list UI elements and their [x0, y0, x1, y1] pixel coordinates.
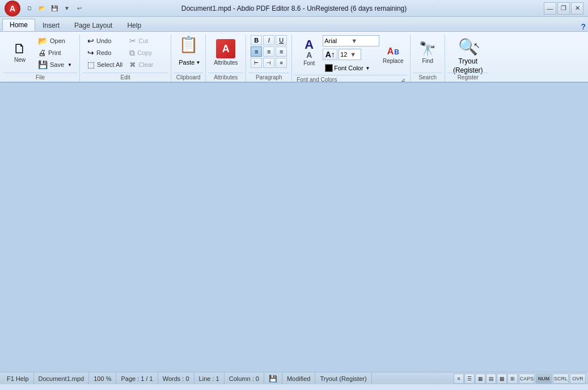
- font-color-label: Font Color: [334, 65, 363, 71]
- minimize-button[interactable]: —: [544, 2, 556, 15]
- list-button[interactable]: ≡: [276, 58, 287, 68]
- edit-group-label: Edit: [82, 73, 168, 82]
- underline-button[interactable]: U: [276, 35, 287, 45]
- paste-dropdown[interactable]: Paste ▼: [176, 58, 201, 67]
- view-btn-1[interactable]: ≡: [454, 374, 464, 384]
- edit-left-col: ↩ Undo ↪ Redo ⬚ Select All: [84, 35, 125, 70]
- status-tryout[interactable]: Tryout (Register): [315, 372, 371, 384]
- paragraph-controls: B I U ≡ ≡ ≡ ⊢ ⊣ ≡: [251, 35, 287, 68]
- tab-page-layout[interactable]: Page Layout: [67, 19, 120, 31]
- clipboard-group-label: Clipboard: [174, 73, 203, 82]
- align-right-button[interactable]: ≡: [276, 46, 287, 57]
- paste-arrow-icon: ▼: [196, 60, 200, 65]
- ribbon-group-register: 🔍↖ Tryout(Register) Register: [445, 34, 490, 82]
- attributes-group-content: A Attributes: [208, 34, 243, 73]
- tryout-button[interactable]: 🔍↖ Tryout(Register): [450, 35, 486, 70]
- print-button[interactable]: 🖨 Print: [35, 47, 75, 58]
- replace-ab-button[interactable]: A B Replace: [380, 37, 405, 73]
- print-icon: 🖨: [38, 48, 46, 57]
- canvas-area[interactable]: [0, 83, 588, 372]
- select-all-label: Select All: [97, 61, 122, 68]
- open-icon: 📂: [38, 36, 48, 45]
- open-qa-button[interactable]: 📂: [36, 3, 48, 14]
- font-color-button[interactable]: Font Color ▼: [323, 62, 379, 74]
- paste-icon: 📋: [179, 37, 198, 53]
- align-row: ≡ ≡ ≡: [251, 46, 287, 57]
- clear-button[interactable]: ✖ Clear: [126, 59, 166, 70]
- ribbon-group-search: 🔭 Find Search: [411, 34, 445, 82]
- italic-button[interactable]: I: [263, 35, 274, 45]
- undo-label: Undo: [96, 37, 111, 44]
- font-colors-label-text: Font and Colors: [297, 77, 337, 83]
- indent-less-button[interactable]: ⊢: [251, 58, 262, 68]
- register-group-content: 🔍↖ Tryout(Register): [447, 34, 488, 73]
- status-column: Column : 0: [225, 372, 264, 384]
- view-btn-2[interactable]: ☰: [464, 374, 475, 384]
- font-colors-content: A A Font Arial ▼ A↑: [294, 34, 408, 75]
- select-all-button[interactable]: ⬚ Select All: [84, 59, 125, 70]
- find-button[interactable]: 🔭 Find: [415, 35, 440, 70]
- title-bar-left: A 🗋 📂 💾 ▼ ↩: [5, 1, 85, 16]
- status-modified-icon: 💾: [264, 372, 282, 384]
- tab-insert[interactable]: Insert: [35, 19, 67, 31]
- status-modified: Modified: [282, 372, 316, 384]
- status-zoom: 100 %: [89, 372, 116, 384]
- save-label: Save: [50, 61, 64, 68]
- redo-button[interactable]: ↪ Redo: [84, 47, 125, 58]
- view-btn-3[interactable]: ▦: [475, 374, 485, 384]
- num-indicator: NUM: [536, 374, 552, 384]
- indent-more-button[interactable]: ⊣: [263, 58, 274, 68]
- align-left-button[interactable]: ≡: [251, 46, 262, 57]
- new-qa-button[interactable]: 🗋: [24, 3, 35, 14]
- replace-ab-col: A B Replace: [380, 35, 405, 73]
- font-size-row: A↑ 12 ▼: [323, 49, 379, 60]
- title-bar: A 🗋 📂 💾 ▼ ↩ Document1.mpd - Abdio PDF Ed…: [0, 0, 588, 17]
- search-group-content: 🔭 Find: [413, 34, 442, 73]
- font-color-swatch: [325, 64, 333, 72]
- view-btn-4[interactable]: ▤: [486, 374, 496, 384]
- ribbon-group-file: 🗋 New 📂 Open 🖨 Print 💾 Save ▼ File: [1, 34, 80, 82]
- paste-button[interactable]: 📋: [176, 35, 201, 58]
- close-button[interactable]: ✕: [571, 2, 583, 15]
- font-colors-group-label: Font and Colors ⊿: [294, 75, 408, 84]
- save-button[interactable]: 💾 Save ▼: [35, 59, 75, 70]
- attributes-button[interactable]: A Attributes: [210, 35, 241, 70]
- font-size-arrow: ▼: [350, 51, 359, 58]
- list-row: ⊢ ⊣ ≡: [251, 58, 287, 68]
- font-size-dropdown[interactable]: 12 ▼: [339, 49, 361, 60]
- attributes-label: Attributes: [214, 60, 238, 66]
- restore-button[interactable]: ❐: [557, 2, 570, 15]
- copy-button[interactable]: ⧉ Copy: [126, 47, 166, 58]
- file-small-buttons: 📂 Open 🖨 Print 💾 Save ▼: [35, 35, 75, 70]
- quick-access-toolbar: 🗋 📂 💾 ▼ ↩: [24, 3, 85, 14]
- status-help[interactable]: F1 Help: [2, 372, 34, 384]
- ribbon-group-font-colors: A A Font Arial ▼ A↑: [292, 34, 411, 82]
- search-group-label: Search: [413, 73, 442, 82]
- font-grow-button[interactable]: A↑: [323, 49, 337, 60]
- new-label: New: [14, 57, 26, 63]
- open-button[interactable]: 📂 Open: [35, 35, 75, 46]
- bold-button[interactable]: B: [251, 35, 262, 45]
- new-button[interactable]: 🗋 New: [6, 35, 34, 70]
- undo-qa-button[interactable]: ↩: [74, 3, 85, 14]
- view-btn-5[interactable]: ▩: [497, 374, 507, 384]
- font-colors-expand-icon[interactable]: ⊿: [401, 77, 405, 83]
- paragraph-group-content: B I U ≡ ≡ ≡ ⊢ ⊣ ≡: [248, 34, 289, 73]
- align-center-button[interactable]: ≡: [263, 46, 274, 57]
- save-qa-button[interactable]: 💾: [49, 3, 60, 14]
- tab-help[interactable]: Help: [120, 19, 149, 31]
- app-logo: A: [5, 1, 20, 16]
- view-btn-6[interactable]: ⊞: [507, 374, 518, 384]
- replace-label: Replace: [383, 58, 404, 64]
- save-dropdown-button[interactable]: ▼: [61, 3, 73, 14]
- tab-home[interactable]: Home: [2, 19, 35, 31]
- status-document: Document1.mpd: [34, 372, 90, 384]
- undo-button[interactable]: ↩ Undo: [84, 35, 125, 46]
- font-large-icon: A A: [304, 39, 314, 59]
- cut-button[interactable]: ✂ Cut: [126, 35, 166, 46]
- copy-label: Copy: [137, 49, 152, 56]
- help-icon[interactable]: ?: [581, 22, 586, 31]
- ribbon-group-edit: ↩ Undo ↪ Redo ⬚ Select All ✂ Cut ⧉: [80, 34, 171, 82]
- font-button[interactable]: A A Font: [297, 35, 322, 70]
- font-name-dropdown[interactable]: Arial ▼: [323, 35, 379, 46]
